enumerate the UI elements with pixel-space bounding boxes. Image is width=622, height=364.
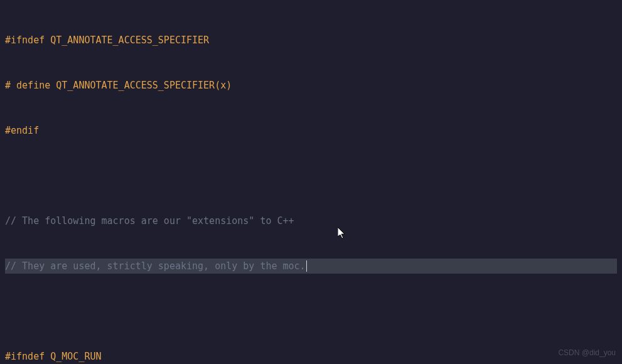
comment: // The following macros are our "extensi… <box>5 215 294 227</box>
preprocessor-directive: # define QT_ANNOTATE_ACCESS_SPECIFIER(x) <box>5 80 232 91</box>
code-line: // The following macros are our "extensi… <box>5 213 617 228</box>
watermark: CSDN @did_you <box>558 345 616 360</box>
comment: // They are used, strictly speaking, onl… <box>5 260 306 272</box>
code-line: #endif <box>5 123 617 138</box>
code-line: #ifndef QT_ANNOTATE_ACCESS_SPECIFIER <box>5 33 617 48</box>
code-line-active: // They are used, strictly speaking, onl… <box>5 259 617 274</box>
text-cursor <box>306 260 307 272</box>
code-editor[interactable]: #ifndef QT_ANNOTATE_ACCESS_SPECIFIER # d… <box>0 0 622 364</box>
blank-line <box>5 304 617 319</box>
code-line: # define QT_ANNOTATE_ACCESS_SPECIFIER(x) <box>5 78 617 93</box>
preprocessor-directive: #endif <box>5 125 39 136</box>
preprocessor-directive: #ifndef QT_ANNOTATE_ACCESS_SPECIFIER <box>5 35 209 46</box>
preprocessor-directive: #ifndef Q_MOC_RUN <box>5 351 102 362</box>
blank-line <box>5 168 617 183</box>
code-line: #ifndef Q_MOC_RUN <box>5 349 617 364</box>
